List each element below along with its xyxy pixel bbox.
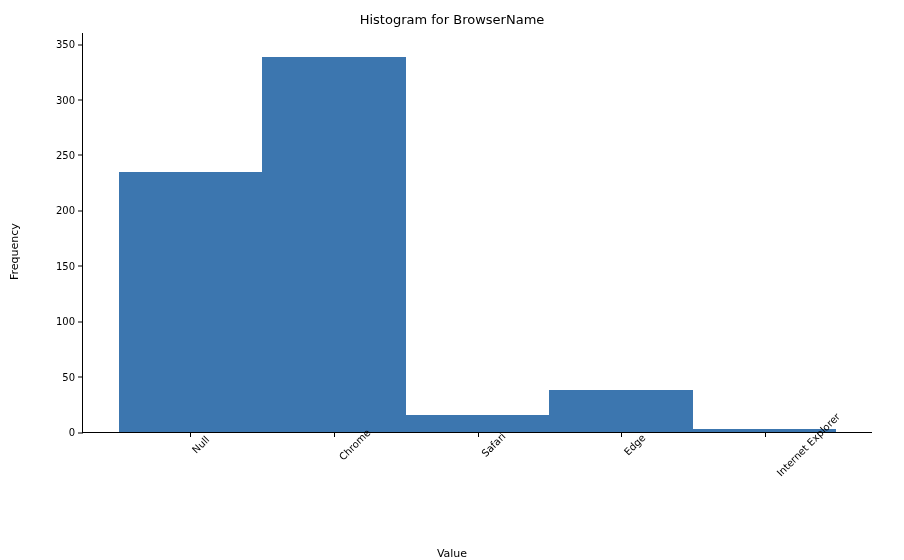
x-tick-mark [478,432,479,437]
x-tick-mark [765,432,766,437]
x-axis-label: Value [0,547,904,560]
bar-chrome [262,57,406,432]
x-tick-mark [621,432,622,437]
plot-area: 0 50 100 150 200 250 300 350 Null Chrome… [82,33,872,433]
y-axis-label: Frequency [8,223,21,280]
bar-null [119,172,263,432]
y-tick: 50 [62,371,83,382]
bar-edge [549,390,693,432]
x-tick-label: Edge [622,432,648,458]
y-tick: 300 [56,94,83,105]
y-tick: 250 [56,149,83,160]
x-tick-label: Null [190,434,211,455]
x-tick-mark [334,432,335,437]
x-tick-label: Internet Explorer [774,411,842,479]
bar-safari [406,415,550,432]
x-tick-mark [190,432,191,437]
chart-title: Histogram for BrowserName [0,12,904,27]
y-tick: 100 [56,316,83,327]
y-tick: 350 [56,39,83,50]
y-tick: 150 [56,260,83,271]
x-tick-label: Chrome [337,427,373,463]
chart-container: Histogram for BrowserName Frequency 0 50… [0,0,904,560]
x-tick-label: Safari [479,431,507,459]
y-tick: 200 [56,205,83,216]
y-tick: 0 [69,427,83,438]
